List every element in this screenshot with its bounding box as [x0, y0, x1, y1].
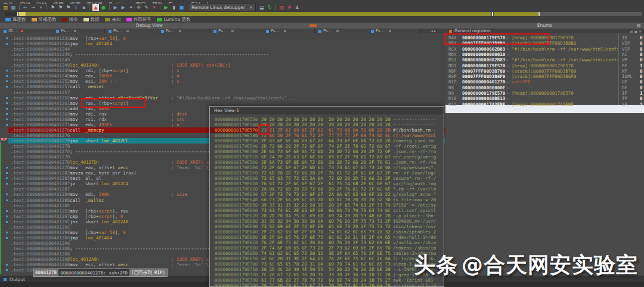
flag-value[interactable]: 1	[640, 91, 643, 96]
hex-row[interactable]: 000000000179E6C076 2F 6E 75 6C 6C 26 0A …	[210, 240, 444, 245]
disassembly-line[interactable]: .text:0000000000401249; ----------------…	[0, 52, 445, 57]
flag-value[interactable]: 1	[640, 102, 643, 107]
disassembly-line[interactable]: .text:0000000000401257call_memset	[0, 84, 445, 89]
hex-row[interactable]: 000000000179E5F072 6D 20 2D 72 66 20 2F …	[210, 170, 444, 176]
stop-icon[interactable]: ■	[178, 4, 185, 11]
hex-row[interactable]: 000000000179E6E074 61 62 6C 65 73 20 32 …	[210, 251, 444, 256]
hex-row[interactable]: 000000000179E5C06F 74 2F 2E 63 6F 6E 66 …	[210, 154, 444, 160]
flag-row[interactable]: IOPL0	[445, 74, 469, 79]
flag-value[interactable]: 0	[640, 46, 643, 52]
enums-titlebar[interactable]: Enums	[445, 23, 644, 29]
hex-row[interactable]: 000000000179E58072 66 20 2F 76 61 72 2F …	[210, 133, 444, 138]
tab-general-registers[interactable]: General registers	[454, 29, 490, 33]
hex-row[interactable]: 000000000179E63067 2F 73 79 73 6C 6F 67 …	[210, 192, 444, 197]
plus-icon[interactable]: ✛	[135, 4, 142, 11]
flag-row[interactable]: TF0	[445, 96, 469, 101]
edit-icon[interactable]: ✎	[143, 4, 150, 11]
run-again-icon[interactable]: ↻	[267, 4, 273, 11]
disassembly-line[interactable]: .text:0000000000401257	[0, 90, 445, 95]
register-row[interactable]: RBP00007FFF00D3B780⇘[stack]:00007FFF00D3…	[445, 68, 644, 74]
tools-icon[interactable]: ♟	[294, 4, 301, 11]
flag-row[interactable]: RF1	[445, 63, 469, 68]
forward-icon[interactable]: →	[30, 4, 36, 11]
view-tab[interactable]: ID…	[0, 29, 52, 33]
hex-row[interactable]: 000000000179E6F06C 6C 20 31 3E 2F 64 65 …	[210, 256, 444, 261]
register-row[interactable]: RSP00007FFF00D3B6F0⇘[stack]:00007FFF00D3…	[445, 74, 644, 79]
view-tab[interactable]: Ps…	[52, 29, 105, 33]
disassembly-line[interactable]: .text:0000000000401244	[0, 46, 445, 52]
hex-row[interactable]: 000000000179E73061 77 6B 20 27 7B 70 72 …	[210, 277, 444, 283]
flag-value[interactable]: 0	[640, 52, 643, 57]
register-row[interactable]: R9000000000179E570⇘[heap]:000000000179E5…	[445, 91, 644, 96]
hex-row[interactable]: 000000000179E64066 73 2E 66 69 6C 65 2D …	[210, 197, 444, 202]
hex-row[interactable]: 000000000179E6202A 0A 72 6D 20 2D 72 66 …	[210, 186, 444, 192]
hex-row[interactable]: 000000000179E5B02E 6A 73 6F 6E 0A 72 6D …	[210, 149, 444, 154]
panel-menu-icon[interactable]	[637, 24, 640, 27]
disassembly-line[interactable]: .text:000000000040124Dmovedx, 1000h; n	[0, 73, 445, 79]
disassembly-line[interactable]: .text:0000000000401249movrdi, [rbp+scrpt…	[0, 68, 445, 73]
tab-close-icon[interactable]	[21, 30, 23, 32]
view-tab[interactable]: Ps…	[367, 29, 420, 33]
flag-value[interactable]: 0	[640, 96, 643, 101]
view-tab[interactable]: Ps…	[315, 29, 367, 33]
hex-row[interactable]: 000000000179E61076 61 72 2F 6C 6F 67 2F …	[210, 181, 444, 186]
disassembly-line[interactable]: .text:0000000000401252movesi, 20h ; ' ';…	[0, 79, 445, 84]
flag-row[interactable]: SF1	[445, 102, 469, 107]
hex-row[interactable]: 000000000179E69073 62 69 6E 2F 74 6F 6B …	[210, 224, 444, 229]
tab-close-icon[interactable]	[389, 30, 391, 32]
hex-row[interactable]: 000000000179E57023 21 2F 62 69 6E 2F 62 …	[210, 127, 444, 133]
disassembly-line[interactable]: .text:000000000040125Cmovedx, offset aBi…	[0, 95, 445, 101]
close-icon[interactable]: ✕	[151, 4, 157, 11]
hex-row[interactable]: 000000000179E5902F 63 6F 6E 66 69 67 2E …	[210, 138, 444, 144]
flag-value[interactable]: 0	[640, 85, 643, 91]
flag-row[interactable]: AC0	[445, 52, 469, 57]
disassembly-line[interactable]: .text:0000000000401261movrax, [rbp+scrpt…	[0, 101, 445, 106]
flag-value[interactable]: 0	[640, 40, 643, 46]
flag-row[interactable]: VM0	[445, 57, 469, 63]
hex-view-title[interactable]: Hex View-1	[210, 107, 444, 114]
start-debug-icon[interactable]: ▶	[163, 4, 169, 11]
flag-row[interactable]: OF0	[445, 79, 469, 85]
warning-icon[interactable]: ▲	[92, 4, 99, 11]
hex-row[interactable]: 000000000179E6B03E 2F 64 65 76 2F 6E 75 …	[210, 235, 444, 240]
back-icon[interactable]: ←	[22, 4, 29, 11]
hex-row[interactable]: 000000000179E65039 37 31 35 32 22 20 3E …	[210, 202, 444, 208]
flag-value[interactable]: 0	[640, 79, 643, 85]
flag-value[interactable]: 0	[640, 74, 643, 79]
flag-row[interactable]: IF1	[445, 91, 469, 96]
tab-close-icon[interactable]	[74, 30, 76, 32]
panel-window-icons[interactable]: ▤ ▣ ✕	[630, 29, 642, 33]
flag-row[interactable]: DF0	[445, 85, 469, 91]
tab-close-icon[interactable]	[284, 30, 286, 32]
save-icon[interactable]: ▦	[10, 4, 17, 11]
view-tab[interactable]: Ps…	[157, 29, 210, 33]
tab-close-icon[interactable]	[126, 30, 129, 32]
view-tab[interactable]: Ps…	[210, 29, 262, 33]
pause-icon[interactable]: ▮	[171, 4, 177, 11]
box-icon[interactable]: ▪	[80, 4, 87, 11]
navigation-band[interactable]	[0, 11, 644, 17]
hex-row[interactable]: 000000000179E5A02D 72 66 20 2F 72 6F 6F …	[210, 144, 444, 149]
register-row[interactable]: R1100000000017A2EBE⇘[heap]:00000000017A2…	[445, 102, 644, 107]
flag-value[interactable]: 0	[640, 68, 643, 74]
hex-row[interactable]: 000000000179E5E072 2F 6C 6F 67 2F 6D 65 …	[210, 165, 444, 170]
flag-value[interactable]: 0	[640, 35, 643, 40]
hex-row[interactable]: 000000000179E5D02E 6A 73 6F 6E 0A 72 6D …	[210, 160, 444, 165]
threads-icon[interactable]: ❖	[286, 4, 293, 11]
hex-row[interactable]: 000000000179E68031 30 32 34 30 30 30 0A …	[210, 219, 444, 224]
hex-row[interactable]: 000000000179E55020 20 20 20 20 20 20 20 …	[210, 117, 444, 122]
hex-row[interactable]: 000000000179E56020 20 20 20 20 20 20 20 …	[210, 122, 444, 127]
film-icon[interactable]: ▶	[112, 4, 119, 11]
hex-row[interactable]: 000000000179E7207C 20 67 72 65 70 20 31 …	[210, 272, 444, 277]
hex-row[interactable]: 000000000179E71020 2D 4C 20 49 4E 50 55 …	[210, 267, 444, 272]
disassembly-line[interactable]: .text:000000000040123Cmov[rbp+var_58], 0	[0, 36, 445, 41]
hex-row[interactable]: 000000000179E70073 6C 65 65 70 20 31 0A …	[210, 261, 444, 267]
debug-view-titlebar[interactable]: Debug View	[0, 23, 445, 29]
disassembly-line[interactable]: .text:0000000000401249loc_401249:; CODE …	[0, 63, 445, 68]
register-row[interactable]: RSI0000000000602B83⇘"#!/bin/bash\nrm -rf…	[445, 57, 644, 63]
disassembly-line[interactable]: .text:0000000000401244jmploc_401404	[0, 41, 445, 46]
flag-value[interactable]: 0	[640, 57, 643, 63]
view-tab[interactable]: Ps…	[105, 29, 157, 33]
record-icon[interactable]: ●	[100, 4, 107, 11]
register-row[interactable]: RDI000000000179E570⇘[heap]:000000000179E…	[445, 63, 644, 68]
